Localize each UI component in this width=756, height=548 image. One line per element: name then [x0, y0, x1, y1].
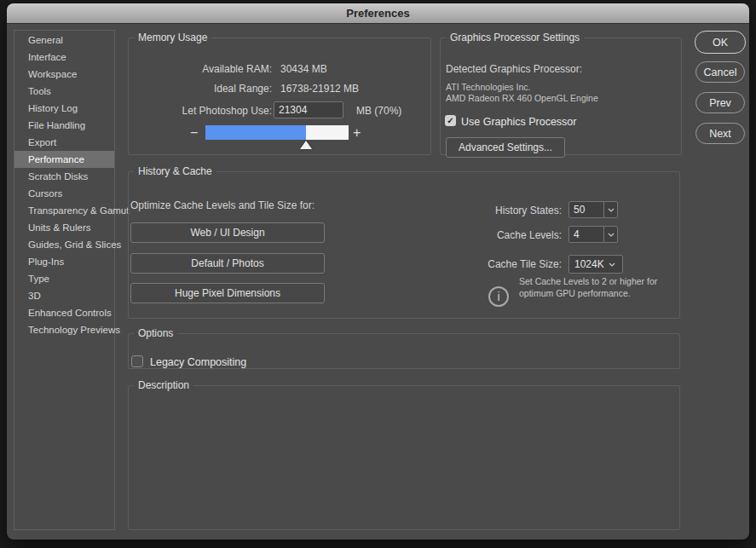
sidebar-item-type[interactable]: Type [14, 270, 114, 287]
cache-tile-size-value: 1024K [574, 258, 604, 270]
sidebar-item-workspace[interactable]: Workspace [14, 66, 114, 83]
available-ram-label: Available RAM: [129, 63, 272, 75]
sidebar-item-export[interactable]: Export [14, 134, 114, 151]
let-photoshop-use-input[interactable]: 21304 [274, 101, 343, 118]
use-gpu-label: Use Graphics Processor [461, 116, 576, 128]
optimize-cache-label: Optimize Cache Levels and Tile Size for: [130, 199, 315, 211]
preset-default-photos-button[interactable]: Default / Photos [130, 253, 325, 274]
info-icon: i [488, 286, 509, 307]
sidebar-item-enhanced-controls[interactable]: Enhanced Controls [14, 304, 114, 321]
memory-slider-fill [205, 125, 306, 140]
sidebar-item-transparency-gamut[interactable]: Transparency & Gamut [14, 202, 114, 219]
cache-tile-size-dropdown[interactable]: 1024K [568, 255, 623, 274]
sidebar-item-cursors[interactable]: Cursors [14, 185, 114, 202]
cache-tile-size-label: Cache Tile Size: [391, 258, 562, 270]
description-title: Description [134, 379, 193, 391]
preferences-sidebar: General Interface Workspace Tools Histor… [14, 30, 115, 530]
prev-button[interactable]: Prev [695, 92, 745, 113]
preferences-dialog: Preferences General Interface Workspace … [7, 3, 749, 539]
gpu-tip-line1: Set Cache Levels to 2 or higher for [519, 276, 657, 286]
cache-levels-input[interactable]: 4 [568, 226, 604, 243]
gpu-device-text: AMD Radeon RX 460 OpenGL Engine [446, 93, 598, 103]
sidebar-item-interface[interactable]: Interface [14, 49, 114, 66]
gpu-vendor-text: ATI Technologies Inc. [446, 82, 530, 92]
ok-button[interactable]: OK [695, 31, 746, 54]
history-states-dropdown-button[interactable] [603, 201, 618, 218]
memory-usage-title: Memory Usage [134, 32, 211, 43]
description-section: Description [128, 379, 680, 530]
chevron-down-icon [608, 208, 615, 212]
ideal-range-label: Ideal Range: [129, 83, 272, 95]
let-photoshop-use-label: Let Photoshop Use: [129, 105, 272, 117]
use-gpu-checkbox[interactable]: ✓ [445, 115, 456, 126]
sidebar-item-units-rulers[interactable]: Units & Rulers [14, 219, 114, 236]
chevron-down-icon [609, 262, 615, 267]
sidebar-item-history-log[interactable]: History Log [14, 100, 114, 117]
sidebar-item-3d[interactable]: 3D [14, 287, 114, 304]
sidebar-item-general[interactable]: General [14, 32, 114, 49]
memory-slider-increase[interactable]: + [353, 125, 361, 141]
dialog-title: Preferences [346, 7, 409, 20]
detected-gpu-label: Detected Graphics Processor: [446, 63, 582, 75]
memory-slider-thumb[interactable] [300, 141, 312, 149]
let-photoshop-use-suffix: MB (70%) [356, 105, 401, 117]
preset-web-ui-design-button[interactable]: Web / UI Design [130, 222, 325, 243]
gpu-tip-line2: optimum GPU performance. [519, 288, 631, 298]
screen: Preferences General Interface Workspace … [0, 0, 756, 548]
memory-usage-section: Memory Usage Available RAM: 30434 MB Ide… [128, 32, 431, 155]
cancel-button[interactable]: Cancel [695, 61, 745, 83]
history-states-label: History States: [391, 205, 562, 216]
checkmark-icon: ✓ [447, 116, 453, 125]
sidebar-item-performance[interactable]: Performance [14, 151, 114, 168]
sidebar-item-scratch-disks[interactable]: Scratch Disks [14, 168, 114, 185]
dialog-titlebar[interactable]: Preferences [7, 3, 749, 24]
memory-slider-track[interactable] [205, 125, 349, 140]
advanced-settings-button[interactable]: Advanced Settings... [446, 137, 565, 158]
legacy-compositing-checkbox[interactable] [131, 355, 143, 367]
ideal-range-value: 16738-21912 MB [280, 83, 359, 95]
gpu-settings-section: Graphics Processor Settings Detected Gra… [440, 32, 682, 155]
chevron-down-icon [608, 233, 615, 237]
sidebar-item-file-handling[interactable]: File Handling [14, 117, 114, 134]
history-cache-title: History & Cache [134, 165, 216, 177]
sidebar-item-tools[interactable]: Tools [14, 83, 114, 100]
legacy-compositing-label: Legacy Compositing [150, 356, 246, 368]
history-cache-section: History & Cache Optimize Cache Levels an… [128, 165, 680, 319]
sidebar-item-technology-previews[interactable]: Technology Previews [14, 321, 114, 338]
cache-levels-label: Cache Levels: [391, 229, 562, 241]
memory-slider-decrease[interactable]: − [190, 125, 198, 141]
preset-huge-pixel-dimensions-button[interactable]: Huge Pixel Dimensions [130, 283, 325, 303]
gpu-settings-title: Graphics Processor Settings [446, 32, 584, 43]
sidebar-item-plug-ins[interactable]: Plug-Ins [14, 253, 114, 270]
options-section: Options Legacy Compositing [128, 327, 680, 369]
available-ram-value: 30434 MB [280, 63, 327, 75]
options-title: Options [134, 327, 177, 339]
history-states-input[interactable]: 50 [568, 201, 604, 218]
cache-levels-dropdown-button[interactable] [603, 226, 618, 243]
next-button[interactable]: Next [695, 123, 745, 144]
sidebar-item-guides-grid-slices[interactable]: Guides, Grid & Slices [14, 236, 114, 253]
